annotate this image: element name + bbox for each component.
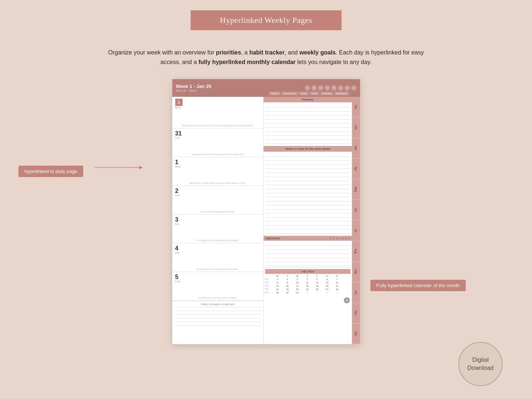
cal-1-3[interactable]: 3 [293,278,302,281]
day-name-mon: MON [175,107,260,109]
month-tab-sep[interactable]: Sep [352,262,360,282]
cal-2-2[interactable]: 9 [283,281,292,284]
cal-3-6[interactable]: 20 [323,285,332,287]
svg-marker-1 [139,166,143,169]
day-quote-fri: It's Friday, time to make stories for Mo… [175,239,260,241]
day-num-sat[interactable]: 4 [175,245,260,252]
day-quote-sun: A perfect day to be lazy with no regrets… [175,297,260,299]
cal-3-2[interactable]: 16 [283,285,292,287]
day-quote-sat: Do what you love and enjoy every moment. [175,268,260,270]
cal-1-5[interactable]: 5 [313,278,322,281]
tab-todo[interactable]: To-Do [310,92,319,95]
cal-1-6[interactable]: 6 [323,278,332,281]
day-num-wed[interactable]: 1 [175,159,260,166]
cal-1-4[interactable]: 4 [303,278,312,281]
priority-line-1 [266,104,350,107]
habit-num-4: 4 [339,237,340,240]
day-num-mon[interactable]: 1 [175,99,183,106]
tab-goals[interactable]: Goals [299,92,309,95]
habit-tracker-header: Habit tracker 1 2 3 4 5 6 7 [264,236,352,241]
cal-3-5[interactable]: 19 [313,285,322,287]
habit-row-5 [266,258,350,262]
tab-planner[interactable]: Planner [269,92,281,95]
cal-2-1[interactable]: 8 [273,281,282,284]
month-tab-mar[interactable]: Mar [352,138,360,159]
month-tab-jul[interactable]: Jul [352,220,360,241]
cal-3-1[interactable]: 15 [273,285,282,287]
cal-1-1[interactable]: 1 [273,278,282,281]
day-num-tue[interactable]: 31 [175,130,260,137]
week-subtitle: DEC 30 - JAN 5 [176,89,212,92]
cal-2-6[interactable]: 13 [323,281,332,284]
cal-2-5[interactable]: 12 [313,281,322,284]
cal-4-5[interactable]: 26 [313,288,322,291]
week-line-14 [266,206,350,209]
month-tab-apr[interactable]: Apr [352,159,360,179]
day-quote-thu: I can smell the weekend from here. [175,211,260,213]
tab-reflections[interactable]: Reflections [334,92,349,95]
cal-5-3[interactable]: 31 [293,291,302,294]
week-line-11 [266,194,350,197]
habit-row-2 [266,246,350,250]
cal-4-4[interactable]: 25 [303,288,312,291]
cal-wnum-2: W02 [265,281,272,284]
cal-h-th: T [303,275,312,278]
cal-5-4: 1 [303,291,312,294]
week-ahead-lines [264,152,352,236]
digital-download-line1: Digital [472,356,489,364]
cal-2-3[interactable]: 10 [293,281,302,284]
month-tab-aug[interactable]: Aug [352,241,360,262]
cal-h-f: F [313,275,322,278]
day-name-fri: FRI [175,223,260,225]
cal-5-1[interactable]: 29 [273,291,282,294]
cal-row-5: W05 29 30 31 1 2 3 4 [265,291,350,294]
week-line-9 [266,186,350,189]
day-num-thu[interactable]: 2 [175,188,260,194]
cal-4-1[interactable]: 22 [273,288,282,291]
tab-overview[interactable]: Overview [320,92,333,95]
day-quote-wed: Wednesday, the day when even my coffee n… [175,182,260,184]
month-tab-nov[interactable]: Nov [352,303,360,324]
month-tab-feb[interactable]: Feb [352,117,360,138]
habit-row-6 [266,262,350,266]
cal-5-5: 2 [313,291,322,294]
day-row-wed: 1 WED Wednesday, the day when even my co… [172,157,263,186]
month-tab-may[interactable]: May [352,179,360,200]
cal-wnum-1: W01 [265,278,272,281]
cal-1-2[interactable]: 2 [283,278,292,281]
cal-3-7[interactable]: 21 [332,285,342,287]
week-line-17 [266,218,350,222]
day-num-sun[interactable]: 5 [175,274,260,280]
habit-num-1: 1 [330,237,331,240]
tab-vision-board[interactable]: Vision Board [282,92,298,95]
week-line-15 [266,210,350,213]
notes-title: Notes, reminders, & self-care [175,303,260,306]
cal-row-1: W01 1 2 3 4 5 6 7 [265,278,350,281]
month-tab-oct[interactable]: Oct [352,282,360,303]
week-line-5 [266,169,350,173]
title-banner: Hyperlinked Weekly Pages [190,10,342,30]
cal-3-4[interactable]: 18 [303,285,312,287]
week-line-6 [266,173,350,177]
cal-4-2[interactable]: 23 [283,288,292,291]
cal-4-7[interactable]: 28 [332,288,342,291]
cal-2-7[interactable]: 14 [332,281,342,284]
cal-5-2[interactable]: 30 [283,291,292,294]
cal-3-3[interactable]: 17 [293,285,302,287]
planner-tabs: Planner Vision Board Goals To-Do Overvie… [269,92,349,95]
right-column: Priorities What's in store for the week … [264,97,352,344]
habit-grid [264,241,352,267]
month-tab-jun[interactable]: Jun [352,200,360,220]
cal-row-3: W03 15 16 17 18 19 20 21 [265,285,350,287]
cal-4-3[interactable]: 24 [293,288,302,291]
day-num-fri[interactable]: 3 [175,216,260,223]
settings-icon[interactable]: ⚙ [344,297,350,303]
month-tab-jan[interactable]: Jan [352,97,360,117]
habit-num-5: 5 [342,237,343,240]
priority-line-10 [266,140,350,144]
cal-4-6[interactable]: 27 [323,288,332,291]
month-tab-dec[interactable]: Dec [352,324,360,344]
cal-wnum-5: W05 [265,291,272,294]
cal-2-4[interactable]: 11 [303,281,312,284]
cal-1-7[interactable]: 7 [332,278,342,281]
